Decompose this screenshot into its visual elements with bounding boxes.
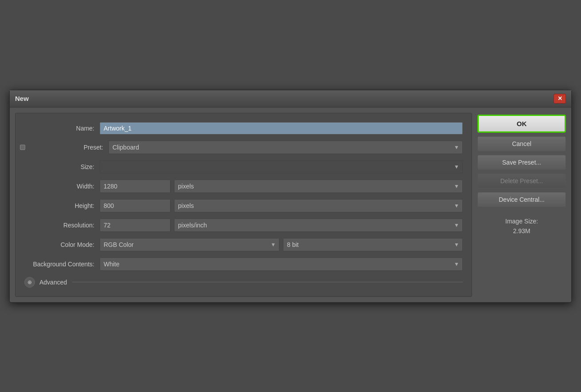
bg-contents-label: Background Contents: bbox=[20, 261, 100, 268]
save-preset-button[interactable]: Save Preset... bbox=[477, 155, 566, 170]
color-mode-inputs: Bitmap Grayscale RGB Color CMYK Color La… bbox=[100, 238, 463, 251]
image-size-section: Image Size: 2.93M bbox=[477, 218, 566, 234]
form-panel: Name: Preset: Clipboard Default Photosho… bbox=[15, 113, 472, 297]
color-mode-row: Color Mode: Bitmap Grayscale RGB Color C… bbox=[20, 238, 463, 251]
advanced-label: Advanced bbox=[39, 279, 67, 286]
image-size-label: Image Size: bbox=[477, 218, 566, 225]
width-input[interactable] bbox=[100, 180, 170, 193]
preset-select[interactable]: Clipboard Default Photoshop Size Letter … bbox=[108, 141, 463, 154]
dialog-title: New bbox=[15, 95, 29, 102]
size-label: Size: bbox=[20, 163, 100, 170]
width-input-group: pixels inches cm mm points picas ▼ bbox=[100, 180, 463, 193]
cancel-button[interactable]: Cancel bbox=[477, 136, 566, 151]
size-select-wrapper: ▼ bbox=[100, 160, 463, 173]
color-mode-select[interactable]: Bitmap Grayscale RGB Color CMYK Color La… bbox=[100, 238, 279, 251]
height-input-group: pixels inches cm mm points picas ▼ bbox=[100, 199, 463, 212]
resolution-unit-wrapper: pixels/inch pixels/cm ▼ bbox=[174, 219, 463, 232]
width-unit-wrapper: pixels inches cm mm points picas ▼ bbox=[174, 180, 463, 193]
resolution-unit-select[interactable]: pixels/inch pixels/cm bbox=[174, 219, 463, 232]
color-mode-label: Color Mode: bbox=[20, 241, 100, 248]
advanced-toggle[interactable]: ⊕ bbox=[24, 277, 35, 288]
delete-preset-button[interactable]: Delete Preset... bbox=[477, 173, 566, 188]
width-row: Width: pixels inches cm mm points picas … bbox=[20, 180, 463, 193]
preset-icon bbox=[20, 145, 25, 150]
color-mode-select-wrapper: Bitmap Grayscale RGB Color CMYK Color La… bbox=[100, 238, 279, 251]
close-button[interactable]: ✕ bbox=[554, 94, 566, 104]
size-select[interactable] bbox=[100, 160, 463, 173]
height-input[interactable] bbox=[100, 199, 170, 212]
new-dialog: New ✕ Name: Preset: Clipboard Default Ph… bbox=[9, 90, 572, 303]
color-depth-select[interactable]: 8 bit 16 bit 32 bit bbox=[283, 238, 463, 251]
preset-label: Preset: bbox=[29, 144, 108, 151]
advanced-divider bbox=[72, 282, 463, 282]
device-central-button[interactable]: Device Central... bbox=[477, 192, 566, 207]
size-row: Size: ▼ bbox=[20, 160, 463, 173]
image-size-value: 2.93M bbox=[477, 227, 566, 234]
dialog-body: Name: Preset: Clipboard Default Photosho… bbox=[10, 108, 571, 302]
resolution-input[interactable] bbox=[100, 219, 170, 232]
name-label: Name: bbox=[20, 125, 100, 132]
resolution-input-group: pixels/inch pixels/cm ▼ bbox=[100, 219, 463, 232]
height-row: Height: pixels inches cm mm points picas… bbox=[20, 199, 463, 212]
width-label: Width: bbox=[20, 183, 100, 190]
height-unit-select[interactable]: pixels inches cm mm points picas bbox=[174, 199, 463, 212]
height-unit-wrapper: pixels inches cm mm points picas ▼ bbox=[174, 199, 463, 212]
title-bar: New ✕ bbox=[10, 90, 571, 108]
button-panel: OK Cancel Save Preset... Delete Preset..… bbox=[477, 113, 566, 297]
resolution-row: Resolution: pixels/inch pixels/cm ▼ bbox=[20, 219, 463, 232]
bg-contents-select[interactable]: White Background Color Transparent bbox=[100, 257, 463, 271]
bg-contents-row: Background Contents: White Background Co… bbox=[20, 257, 463, 271]
name-row: Name: bbox=[20, 122, 463, 135]
resolution-label: Resolution: bbox=[20, 222, 100, 229]
bg-contents-select-wrapper: White Background Color Transparent ▼ bbox=[100, 257, 463, 271]
height-label: Height: bbox=[20, 202, 100, 209]
name-input[interactable] bbox=[100, 122, 463, 135]
color-depth-select-wrapper: 8 bit 16 bit 32 bit ▼ bbox=[283, 238, 463, 251]
width-unit-select[interactable]: pixels inches cm mm points picas bbox=[174, 180, 463, 193]
preset-row: Preset: Clipboard Default Photoshop Size… bbox=[20, 141, 463, 154]
ok-button[interactable]: OK bbox=[477, 115, 566, 133]
preset-select-wrapper: Clipboard Default Photoshop Size Letter … bbox=[108, 141, 463, 154]
advanced-row: ⊕ Advanced bbox=[24, 277, 463, 288]
